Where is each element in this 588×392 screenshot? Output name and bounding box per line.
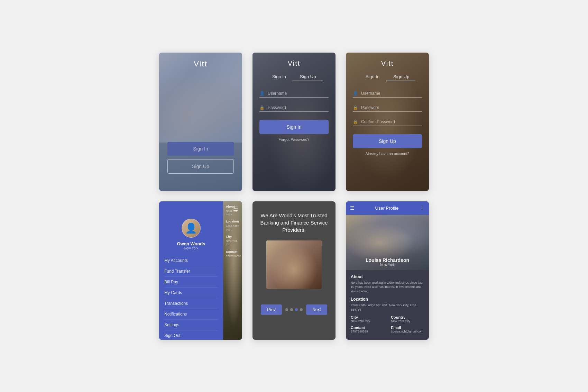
sidebar-location-title: Location: [226, 220, 241, 223]
pagination-dots: [285, 308, 303, 311]
lock-icon-2: 🔒: [353, 105, 358, 110]
sidebar-user-name: Owen Woods: [164, 241, 218, 246]
contact-email-row: Contact 8797698599 Email Louisa.rich@gma…: [351, 326, 424, 333]
email-value: Louisa.rich@gmail.com: [391, 330, 424, 333]
sidebar-city-title: City: [226, 235, 241, 238]
next-button[interactable]: Next: [306, 304, 327, 315]
about-title: About: [351, 274, 424, 279]
tab-signin[interactable]: Sign In: [265, 73, 293, 81]
country-label: Country: [391, 315, 424, 319]
pagination-row: Prev Next: [252, 301, 336, 318]
username-wrapper: 👤: [259, 88, 329, 102]
sidebar-contact-text: 8797698599: [226, 255, 241, 258]
nav-notifications[interactable]: Notifications: [164, 309, 218, 320]
about-text: Nora has been working in Zidex Industrie…: [351, 281, 424, 294]
location-text: 2269 Keith Lodge Apt. 604, New York City…: [351, 303, 424, 312]
dot-2: [290, 308, 293, 311]
signup-confirm-wrapper: 🔒: [353, 117, 422, 131]
avatar: [182, 219, 201, 238]
nav-fund-transfer[interactable]: Fund Transfer: [164, 266, 218, 277]
profile-name-overlay: Louisa Richardson New York: [346, 257, 429, 267]
handshake-image: [266, 240, 322, 289]
signin-username-input[interactable]: [259, 88, 329, 98]
user-icon-2: 👤: [353, 91, 358, 96]
sidebar-bg-content: About Nora has been... Location 2269 Kei…: [223, 201, 242, 340]
city-country-row: City New York City Country New York City: [351, 315, 424, 323]
user-icon: 👤: [259, 91, 265, 96]
tab-signup[interactable]: Sign Up: [293, 73, 323, 81]
signup-content: Vitt Sign In Sign Up 👤 🔒 🔒 Sign Up Alrea…: [346, 53, 429, 163]
signup-tabs: Sign In Sign Up: [353, 73, 422, 81]
signin-tabs: Sign In Sign Up: [259, 73, 329, 81]
email-col: Email Louisa.rich@gmail.com: [391, 326, 424, 333]
profile-more-icon[interactable]: ⋮: [419, 205, 425, 211]
onboarding-title: We Are World's Most Trusted Banking and …: [259, 212, 329, 234]
onboarding-content: We Are World's Most Trusted Banking and …: [252, 201, 336, 301]
landing-title: Vitt: [159, 60, 242, 69]
contact-label: Contact: [351, 326, 384, 330]
nav-my-accounts[interactable]: My Accounts: [164, 255, 218, 266]
card-profile: ☰ User Profile ⋮ Louisa Richardson New Y…: [346, 201, 429, 340]
profile-info: About Nora has been working in Zidex Ind…: [346, 270, 429, 340]
dot-3: [295, 308, 298, 311]
country-col: Country New York City: [391, 315, 424, 323]
card-signin: Vitt Sign In Sign Up 👤 🔒 Sign In Forgot …: [252, 53, 336, 191]
nav-settings[interactable]: Settings: [164, 320, 218, 330]
sidebar-location-text: 2269 Keith Lod...: [226, 224, 241, 231]
signin-button[interactable]: Sign In: [259, 120, 329, 134]
signin-content: Vitt Sign In Sign Up 👤 🔒 Sign In Forgot …: [252, 53, 336, 148]
nav-transactions[interactable]: Transactions: [164, 298, 218, 309]
signup-button[interactable]: Sign Up: [353, 134, 422, 148]
dot-1: [285, 308, 288, 311]
prev-button[interactable]: Prev: [261, 304, 282, 315]
nav-bill-pay[interactable]: Bill Pay: [164, 277, 218, 288]
profile-user-name: Louisa Richardson: [346, 257, 429, 263]
profile-photo: Louisa Richardson New York: [346, 215, 429, 270]
sidebar-panel: ☰ Owen Woods New York My Accounts Fund T…: [159, 201, 223, 340]
already-account-link[interactable]: Already have an account?: [353, 152, 422, 156]
card-onboarding: We Are World's Most Trusted Banking and …: [252, 201, 336, 340]
card-sidebar: ☰ Owen Woods New York My Accounts Fund T…: [159, 201, 242, 340]
profile-header-title: User Profile: [375, 206, 399, 211]
signup-username-input[interactable]: [353, 88, 422, 98]
location-title: Location: [351, 297, 424, 302]
signin-app-title: Vitt: [259, 60, 329, 67]
nav-my-cards[interactable]: My Cards: [164, 288, 218, 298]
city-label: City: [351, 315, 384, 319]
sidebar-user-location: New York: [164, 246, 218, 250]
tab-signup-2[interactable]: Sign Up: [386, 73, 416, 81]
password-wrapper: 🔒: [259, 102, 329, 117]
email-label: Email: [391, 326, 424, 330]
signin-password-input[interactable]: [259, 102, 329, 112]
city-value: New York City: [351, 319, 384, 323]
sidebar-city-text: New York Cit...: [226, 239, 241, 247]
app-grid: Vitt Sign In Sign Up Vitt Sign In Sign U…: [159, 53, 429, 340]
card-landing: Vitt Sign In Sign Up: [159, 53, 242, 191]
signup-username-wrapper: 👤: [353, 88, 422, 102]
sidebar-contact-title: Contact: [226, 250, 241, 254]
lock-icon: 🔒: [259, 105, 265, 110]
contact-value: 8797698599: [351, 330, 384, 333]
card-signup: Vitt Sign In Sign Up 👤 🔒 🔒 Sign Up Alrea…: [346, 53, 429, 191]
signup-password-input[interactable]: [353, 102, 422, 112]
signup-app-title: Vitt: [353, 60, 422, 67]
profile-hamburger-icon[interactable]: ☰: [350, 205, 355, 211]
contact-col: Contact 8797698599: [351, 326, 384, 333]
profile-user-location: New York: [346, 263, 429, 267]
signup-confirm-input[interactable]: [353, 117, 422, 126]
signup-password-wrapper: 🔒: [353, 102, 422, 117]
hamburger-icon[interactable]: ☰: [233, 206, 238, 212]
tab-signin-2[interactable]: Sign In: [359, 73, 386, 81]
country-value: New York City: [391, 319, 424, 323]
dot-4: [300, 308, 303, 311]
nav-signout[interactable]: Sign Out: [164, 330, 218, 340]
forgot-password-link[interactable]: Forgot Password?: [259, 137, 329, 142]
lock-icon-3: 🔒: [353, 119, 358, 124]
city-col: City New York City: [351, 315, 384, 323]
profile-header: ☰ User Profile ⋮: [346, 201, 429, 215]
